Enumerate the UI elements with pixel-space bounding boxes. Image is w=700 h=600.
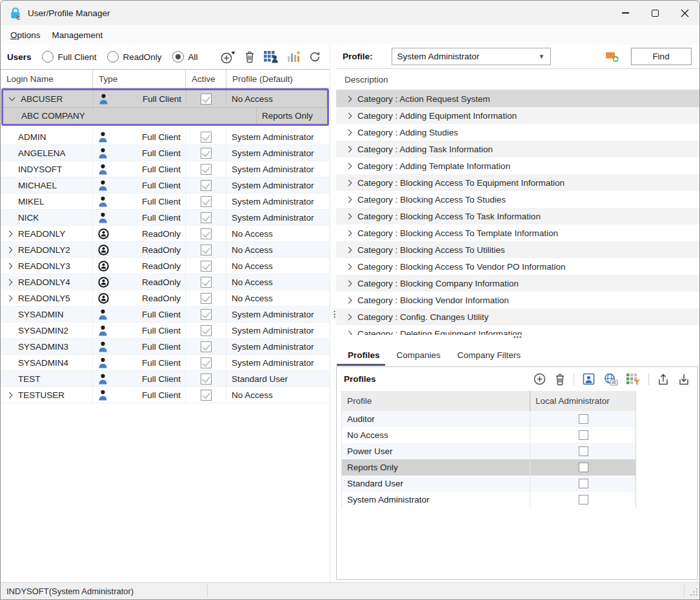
category-expander-icon[interactable] bbox=[346, 179, 352, 186]
user-row-sysadmin4[interactable]: SYSADMIN4Full ClientSystem Administrator bbox=[1, 355, 330, 371]
sync-profile-button[interactable] bbox=[605, 50, 620, 63]
category-expander-icon[interactable] bbox=[346, 95, 352, 102]
menu-item-management[interactable]: Management bbox=[46, 28, 109, 43]
active-checkbox[interactable] bbox=[201, 390, 212, 401]
active-checkbox[interactable] bbox=[201, 212, 212, 223]
filter-full-client[interactable]: Full Client bbox=[42, 51, 97, 63]
category-row-7[interactable]: Category : Blocking Access To Task Infor… bbox=[336, 208, 699, 225]
active-checkbox[interactable] bbox=[201, 325, 212, 336]
column-header-login-name[interactable]: Login Name bbox=[1, 70, 93, 88]
active-checkbox[interactable] bbox=[201, 341, 212, 352]
user-row-readonly[interactable]: READONLYReadOnlyNo Access bbox=[1, 226, 330, 242]
active-checkbox[interactable] bbox=[201, 196, 212, 207]
profile-row-power-user[interactable]: Power User bbox=[342, 443, 635, 459]
globe-rename-button[interactable]: ab bbox=[603, 373, 618, 386]
row-expander-icon[interactable] bbox=[6, 263, 13, 269]
column-header-type[interactable]: Type bbox=[93, 70, 186, 88]
menu-item-options[interactable]: Options bbox=[5, 28, 46, 43]
tab-companies[interactable]: Companies bbox=[388, 346, 449, 366]
category-row-6[interactable]: Category : Blocking Access To Studies bbox=[336, 191, 699, 208]
filter-all[interactable]: All bbox=[172, 51, 198, 63]
user-row-readonly3[interactable]: READONLY3ReadOnlyNo Access bbox=[1, 258, 330, 274]
active-checkbox[interactable] bbox=[201, 148, 212, 159]
user-row-nick[interactable]: NICKFull ClientSystem Administrator bbox=[1, 210, 330, 226]
refresh-button[interactable] bbox=[308, 50, 321, 63]
category-expander-icon[interactable] bbox=[346, 163, 352, 169]
column-header-profile[interactable]: Profile bbox=[342, 391, 530, 411]
user-row-admin[interactable]: ADMINFull ClientSystem Administrator bbox=[1, 129, 330, 145]
local-admin-checkbox[interactable] bbox=[579, 446, 588, 456]
radio-icon[interactable] bbox=[107, 51, 119, 63]
category-expander-icon[interactable] bbox=[346, 213, 352, 219]
user-row-angelena[interactable]: ANGELENAFull ClientSystem Administrator bbox=[1, 145, 330, 161]
find-button[interactable]: Find bbox=[631, 48, 692, 65]
category-expander-icon[interactable] bbox=[346, 314, 352, 320]
category-row-0[interactable]: Category : Action Request System bbox=[336, 90, 699, 107]
user-row-test[interactable]: TESTFull ClientStandard User bbox=[1, 371, 330, 387]
category-row-9[interactable]: Category : Blocking Access To Utilities bbox=[336, 241, 699, 258]
user-row-mikel[interactable]: MIKELFull ClientSystem Administrator bbox=[1, 194, 330, 210]
radio-icon[interactable] bbox=[172, 51, 184, 63]
import-button[interactable] bbox=[677, 373, 690, 386]
manage-columns-button[interactable] bbox=[286, 50, 301, 63]
user-row-readonly2[interactable]: READONLY2ReadOnlyNo Access bbox=[1, 242, 330, 258]
category-row-11[interactable]: Category : Blocking Company Information bbox=[336, 275, 699, 292]
active-checkbox[interactable] bbox=[201, 309, 212, 320]
user-row-michael[interactable]: MICHAELFull ClientSystem Administrator bbox=[1, 177, 330, 194]
row-expander-icon[interactable] bbox=[6, 246, 13, 253]
active-checkbox[interactable] bbox=[201, 293, 212, 304]
row-expander-icon[interactable] bbox=[9, 95, 15, 101]
profile-row-system-administrator[interactable]: System Administrator bbox=[342, 492, 635, 508]
user-row-sysadmin3[interactable]: SYSADMIN3Full ClientSystem Administrator bbox=[1, 339, 330, 355]
user-row-abcuser[interactable]: ABCUSERFull ClientNo Access bbox=[3, 90, 327, 107]
local-admin-checkbox[interactable] bbox=[579, 414, 588, 424]
profile-row-reports-only[interactable]: Reports Only bbox=[342, 459, 635, 475]
category-row-5[interactable]: Category : Blocking Access To Equipment … bbox=[336, 174, 699, 191]
category-expander-icon[interactable] bbox=[346, 330, 352, 335]
active-checkbox[interactable] bbox=[201, 180, 212, 191]
active-checkbox[interactable] bbox=[201, 164, 212, 175]
minimize-button[interactable] bbox=[610, 1, 640, 25]
row-expander-icon[interactable] bbox=[6, 295, 13, 301]
column-header-local-administrator[interactable]: Local Administrator bbox=[530, 391, 636, 411]
category-expander-icon[interactable] bbox=[346, 146, 352, 152]
user-row-readonly5[interactable]: READONLY5ReadOnlyNo Access bbox=[1, 290, 330, 306]
grid-filter-button[interactable] bbox=[626, 373, 641, 386]
add-profile-button[interactable] bbox=[533, 372, 546, 386]
column-header-active[interactable]: Active bbox=[186, 70, 226, 88]
local-admin-checkbox[interactable] bbox=[579, 495, 588, 505]
resize-grip-icon[interactable] bbox=[690, 588, 698, 598]
user-row-testuser[interactable]: TESTUSERFull ClientNo Access bbox=[1, 387, 330, 403]
profile-row-auditor[interactable]: Auditor bbox=[342, 411, 635, 427]
category-row-10[interactable]: Category : Blocking Access To Vendor PO … bbox=[336, 258, 699, 275]
active-checkbox[interactable] bbox=[201, 357, 212, 368]
active-checkbox[interactable] bbox=[201, 261, 212, 272]
profile-dropdown[interactable]: System Administrator ▼ bbox=[392, 48, 551, 65]
category-row-12[interactable]: Category : Blocking Vendor Information bbox=[336, 292, 699, 308]
add-user-button[interactable] bbox=[220, 50, 236, 65]
active-checkbox[interactable] bbox=[201, 228, 212, 239]
delete-user-button[interactable] bbox=[244, 50, 255, 63]
active-checkbox[interactable] bbox=[201, 94, 212, 105]
local-admin-checkbox[interactable] bbox=[579, 479, 588, 488]
user-permissions-button[interactable] bbox=[582, 373, 595, 385]
column-header-profile-default[interactable]: Profile (Default) bbox=[226, 70, 330, 88]
category-row-1[interactable]: Category : Adding Equipment Information bbox=[336, 107, 699, 124]
description-header[interactable]: Description bbox=[336, 68, 699, 90]
row-expander-icon[interactable] bbox=[6, 230, 13, 237]
user-row-sysadmin2[interactable]: SYSADMIN2Full ClientSystem Administrator bbox=[1, 323, 330, 339]
assign-users-button[interactable] bbox=[263, 50, 279, 63]
category-row-8[interactable]: Category : Blocking Access To Template I… bbox=[336, 225, 699, 241]
profile-row-standard-user[interactable]: Standard User bbox=[342, 475, 635, 492]
category-row-3[interactable]: Category : Adding Task Information bbox=[336, 141, 699, 157]
category-expander-icon[interactable] bbox=[346, 280, 352, 286]
local-admin-checkbox[interactable] bbox=[579, 463, 588, 472]
category-row-4[interactable]: Category : Adding Template Information bbox=[336, 157, 699, 174]
user-row-readonly4[interactable]: READONLY4ReadOnlyNo Access bbox=[1, 274, 330, 290]
category-expander-icon[interactable] bbox=[346, 246, 352, 253]
category-expander-icon[interactable] bbox=[346, 112, 352, 119]
company-row-abc-company[interactable]: ABC COMPANYReports Only bbox=[3, 107, 327, 124]
category-expander-icon[interactable] bbox=[346, 196, 352, 203]
tab-company-filters[interactable]: Company Filters bbox=[449, 346, 529, 366]
active-checkbox[interactable] bbox=[201, 374, 212, 385]
